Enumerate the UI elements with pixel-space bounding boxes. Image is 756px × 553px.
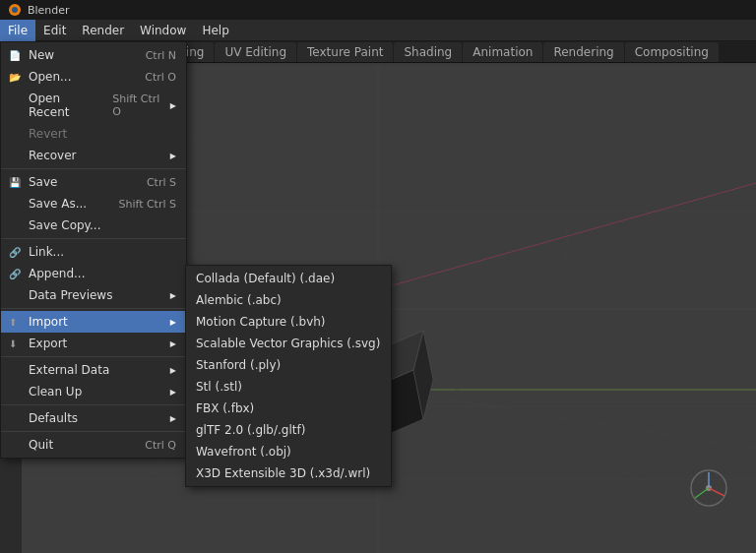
- tab-uv-editing[interactable]: UV Editing: [215, 42, 296, 62]
- menu-quit[interactable]: Quit Ctrl Q: [1, 434, 186, 456]
- menu-save-copy[interactable]: Save Copy...: [1, 215, 186, 236]
- new-icon: 📄: [9, 50, 21, 61]
- menu-import[interactable]: ⬆ Import: [1, 311, 186, 333]
- menu-save[interactable]: 💾 Save Ctrl S: [1, 171, 186, 193]
- separator-4: [1, 356, 186, 357]
- menu-render[interactable]: Render: [74, 20, 132, 41]
- tab-shading[interactable]: Shading: [394, 42, 462, 62]
- import-fbx[interactable]: FBX (.fbx): [186, 398, 391, 419]
- menu-new[interactable]: 📄 New Ctrl N: [1, 44, 186, 66]
- menu-open[interactable]: 📂 Open... Ctrl O: [1, 66, 186, 88]
- title-bar: Blender: [0, 0, 756, 20]
- import-gltf[interactable]: glTF 2.0 (.glb/.gltf): [186, 419, 391, 441]
- menu-file[interactable]: File: [0, 20, 35, 41]
- menu-save-as[interactable]: Save As... Shift Ctrl S: [1, 193, 186, 215]
- menu-edit[interactable]: Edit: [35, 20, 74, 41]
- export-icon: ⬇: [9, 338, 17, 349]
- separator-2: [1, 238, 186, 239]
- title-text: Blender: [28, 4, 70, 17]
- menu-external-data[interactable]: External Data: [1, 359, 186, 381]
- import-svg[interactable]: Scalable Vector Graphics (.svg): [186, 333, 391, 354]
- tab-texture-paint[interactable]: Texture Paint: [297, 42, 393, 62]
- menu-data-previews[interactable]: Data Previews: [1, 284, 186, 306]
- menu-bar: File Edit Render Window Help: [0, 20, 756, 41]
- import-icon: ⬆: [9, 317, 17, 328]
- menu-clean-up[interactable]: Clean Up: [1, 381, 186, 402]
- import-motion-capture[interactable]: Motion Capture (.bvh): [186, 311, 391, 333]
- tab-rendering[interactable]: Rendering: [543, 42, 623, 62]
- separator-5: [1, 404, 186, 405]
- svg-point-1: [12, 7, 18, 13]
- menu-revert[interactable]: Revert: [1, 123, 186, 145]
- menu-link[interactable]: 🔗 Link...: [1, 241, 186, 263]
- menu-open-recent[interactable]: Open Recent Shift Ctrl O: [1, 88, 186, 123]
- separator-1: [1, 168, 186, 169]
- append-icon: 🔗: [9, 269, 21, 279]
- link-icon: 🔗: [9, 247, 21, 258]
- import-stl[interactable]: Stl (.stl): [186, 376, 391, 398]
- separator-6: [1, 431, 186, 432]
- menu-help[interactable]: Help: [194, 20, 236, 41]
- import-collada[interactable]: Collada (Default) (.dae): [186, 268, 391, 289]
- menu-recover[interactable]: Recover: [1, 145, 186, 166]
- import-x3d[interactable]: X3D Extensible 3D (.x3d/.wrl): [186, 462, 391, 484]
- separator-3: [1, 308, 186, 309]
- open-icon: 📂: [9, 72, 21, 83]
- import-stanford[interactable]: Stanford (.ply): [186, 354, 391, 376]
- menu-export[interactable]: ⬇ Export: [1, 333, 186, 354]
- menu-append[interactable]: 🔗 Append...: [1, 263, 186, 284]
- import-wavefront[interactable]: Wavefront (.obj): [186, 441, 391, 462]
- file-menu: 📄 New Ctrl N 📂 Open... Ctrl O Open Recen…: [0, 41, 187, 459]
- menu-defaults[interactable]: Defaults: [1, 407, 186, 429]
- import-submenu: Collada (Default) (.dae) Alembic (.abc) …: [185, 265, 392, 487]
- tab-animation[interactable]: Animation: [463, 42, 542, 62]
- menu-window[interactable]: Window: [132, 20, 194, 41]
- save-icon: 💾: [9, 177, 21, 188]
- tab-compositing[interactable]: Compositing: [625, 42, 719, 62]
- blender-logo: [8, 3, 22, 17]
- import-alembic[interactable]: Alembic (.abc): [186, 289, 391, 311]
